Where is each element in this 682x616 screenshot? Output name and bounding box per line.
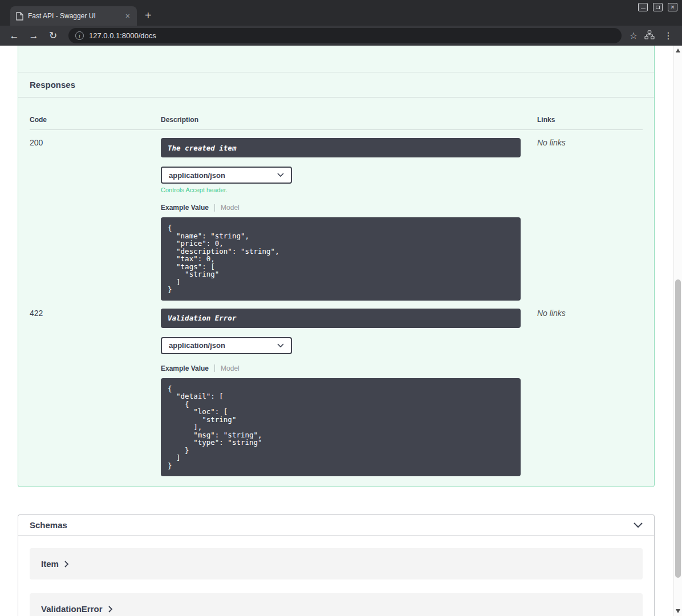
browser-tab[interactable]: Fast API - Swagger UI × bbox=[10, 6, 137, 26]
response-description: Validation Error bbox=[161, 309, 521, 328]
reload-button[interactable]: ↻ bbox=[46, 31, 60, 40]
response-links: No links bbox=[537, 309, 643, 477]
example-model-tabs: Example Value Model bbox=[161, 204, 537, 212]
response-description: The created item bbox=[161, 138, 521, 157]
close-icon: × bbox=[671, 4, 674, 10]
maximize-button[interactable] bbox=[653, 3, 663, 11]
chevron-down-icon bbox=[277, 343, 284, 348]
chevron-down-icon[interactable] bbox=[634, 522, 643, 528]
column-code: Code bbox=[30, 116, 161, 124]
response-links: No links bbox=[537, 138, 643, 301]
tab-separator bbox=[214, 204, 215, 212]
model-validationerror[interactable]: ValidationError bbox=[30, 593, 643, 616]
scroll-down-icon[interactable] bbox=[676, 609, 680, 613]
response-code: 422 bbox=[30, 309, 161, 477]
opblock-spacer bbox=[18, 46, 654, 72]
response-description-cell: The created item application/json Contro… bbox=[161, 138, 537, 301]
swagger-page: Responses Code Description Links 200 The… bbox=[18, 46, 655, 616]
response-description-text: The created item bbox=[168, 144, 236, 152]
accept-header-note: Controls Accept header. bbox=[161, 187, 537, 193]
response-row-422: 422 Validation Error application/json Ex… bbox=[30, 301, 643, 477]
bookmark-star-icon[interactable]: ☆ bbox=[630, 30, 638, 41]
example-model-tabs: Example Value Model bbox=[161, 364, 537, 372]
address-bar[interactable]: i 127.0.0.1:8000/docs bbox=[68, 28, 622, 43]
chevron-right-icon bbox=[64, 561, 69, 568]
schemas-section: Schemas Item ValidationError bbox=[18, 514, 655, 616]
schemas-header[interactable]: Schemas bbox=[18, 515, 654, 536]
url-text[interactable]: 127.0.0.1:8000/docs bbox=[89, 31, 156, 40]
close-button[interactable]: × bbox=[668, 3, 677, 11]
responses-table-header: Code Description Links bbox=[30, 109, 643, 130]
minimize-button[interactable] bbox=[638, 3, 648, 11]
maximize-icon bbox=[656, 6, 660, 9]
back-button[interactable]: ← bbox=[7, 31, 22, 40]
model-name: ValidationError bbox=[41, 604, 103, 614]
browser-window: Fast API - Swagger UI × + × ← → ↻ i 127.… bbox=[0, 0, 682, 616]
media-type-value: application/json bbox=[169, 341, 225, 350]
media-type-select[interactable]: application/json bbox=[161, 167, 292, 184]
forward-button[interactable]: → bbox=[26, 31, 41, 40]
example-json-422: { "detail": [ { "loc": [ "string" ], "ms… bbox=[161, 378, 521, 477]
tab-separator bbox=[214, 364, 215, 372]
response-row-200: 200 The created item application/json Co… bbox=[30, 130, 643, 301]
chevron-down-icon bbox=[277, 173, 284, 177]
titlebar: Fast API - Swagger UI × + × bbox=[0, 0, 682, 26]
scrollbar[interactable] bbox=[673, 46, 682, 616]
tab-example-value[interactable]: Example Value bbox=[161, 204, 209, 212]
tab-example-value[interactable]: Example Value bbox=[161, 364, 209, 372]
minimize-icon bbox=[641, 9, 646, 9]
chevron-right-icon bbox=[108, 606, 113, 613]
response-description-cell: Validation Error application/json Exampl… bbox=[161, 309, 537, 477]
site-info-icon[interactable]: i bbox=[75, 31, 84, 40]
column-description: Description bbox=[161, 116, 537, 124]
schemas-body: Item ValidationError bbox=[18, 536, 654, 616]
responses-table: Code Description Links 200 The created i… bbox=[18, 98, 654, 476]
tab-title: Fast API - Swagger UI bbox=[28, 12, 119, 20]
media-type-value: application/json bbox=[169, 171, 225, 180]
sitemap-icon[interactable] bbox=[642, 30, 657, 41]
media-type-select[interactable]: application/json bbox=[161, 337, 292, 354]
new-tab-button[interactable]: + bbox=[145, 10, 152, 21]
tab-close-icon[interactable]: × bbox=[123, 11, 132, 21]
browser-menu-icon[interactable]: ⋮ bbox=[661, 30, 675, 41]
model-name: Item bbox=[41, 559, 59, 569]
browser-toolbar: ← → ↻ i 127.0.0.1:8000/docs ☆ ⋮ bbox=[0, 26, 682, 46]
tab-model[interactable]: Model bbox=[221, 364, 239, 372]
tab-model[interactable]: Model bbox=[221, 204, 239, 212]
responses-heading: Responses bbox=[18, 72, 654, 98]
schemas-title: Schemas bbox=[30, 520, 67, 530]
page-favicon-icon bbox=[16, 12, 23, 21]
column-links: Links bbox=[537, 116, 643, 124]
model-item[interactable]: Item bbox=[30, 548, 643, 579]
response-description-text: Validation Error bbox=[168, 314, 236, 322]
window-controls: × bbox=[638, 3, 677, 11]
operation-block: Responses Code Description Links 200 The… bbox=[18, 46, 655, 487]
scroll-up-icon[interactable] bbox=[676, 48, 680, 52]
example-json-200: { "name": "string", "price": 0, "descrip… bbox=[161, 217, 521, 301]
page-content: Responses Code Description Links 200 The… bbox=[0, 46, 682, 616]
response-code: 200 bbox=[30, 138, 161, 301]
scrollbar-thumb[interactable] bbox=[675, 279, 681, 578]
